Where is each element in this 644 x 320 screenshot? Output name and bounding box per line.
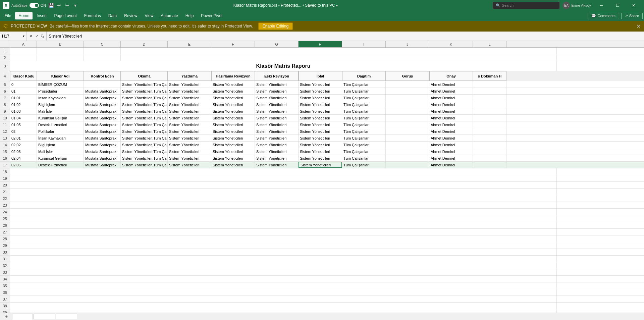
row-num-13[interactable]: 13 [0, 135, 10, 141]
row-num-8[interactable]: 8 [0, 101, 10, 108]
cell-klasor-kodu-14[interactable]: 02.02 [10, 142, 37, 148]
cell-iptal-9[interactable]: Sistem Yöneticileri [299, 108, 342, 114]
cell-klasor-adi-15[interactable]: Mali İşler [37, 148, 84, 155]
cell-rest-1[interactable] [121, 48, 557, 54]
cell-onay-6[interactable]: Ahmet Demirel [429, 88, 473, 94]
cell-okuma-14[interactable]: Sistem Yöneticileri,Tüm Ça [121, 142, 168, 148]
cell-empty-34[interactable] [10, 276, 557, 282]
cell-onay-5[interactable]: Ahmet Demirel [429, 81, 473, 88]
cell-yazdirma-11[interactable]: Sistem Yöneticileri [168, 121, 211, 128]
search-box[interactable]: 🔍 Search [493, 2, 560, 9]
cell-s-dokuman-14[interactable] [473, 142, 506, 148]
row-num-19[interactable]: 19 [0, 175, 10, 181]
cell-klasor-kodu-8[interactable]: 01.02 [10, 101, 37, 108]
cell-kontrol-eden-9[interactable]: Mustafa Sarıtoprak [84, 108, 121, 114]
protected-message[interactable]: Be careful—files from the Internet can c… [50, 24, 253, 29]
cell-s-dokuman-5[interactable] [473, 81, 506, 88]
row-num-11[interactable]: 11 [0, 121, 10, 128]
cell-empty-32[interactable] [10, 262, 557, 269]
cell-s-dokuman-12[interactable] [473, 128, 506, 135]
cell-onay-9[interactable]: Ahmet Demirel [429, 108, 473, 114]
cell-kontrol-eden-6[interactable]: Mustafa Sarıtoprak [84, 88, 121, 94]
cell-gorus-10[interactable] [386, 115, 429, 121]
row-num-34[interactable]: 34 [0, 276, 10, 282]
cell-okuma-7[interactable]: Sistem Yöneticileri,Tüm Ça [121, 95, 168, 101]
cell-onay-11[interactable]: Ahmet Demirel [429, 121, 473, 128]
row-num-30[interactable]: 30 [0, 249, 10, 255]
cell-klasor-kodu-16[interactable]: 02.04 [10, 155, 37, 161]
tab-help[interactable]: Help [182, 12, 197, 19]
cell-iptal-10[interactable]: Sistem Yöneticileri [299, 115, 342, 121]
cell-gorus-5[interactable] [386, 81, 429, 88]
cell-okuma-6[interactable]: Sistem Yöneticileri,Tüm Ça [121, 88, 168, 94]
col-header-G[interactable]: G [255, 41, 299, 47]
cell-dagitim-16[interactable]: Tüm Çalışanlar [342, 155, 386, 161]
cell-onay-10[interactable]: Ahmet Demirel [429, 115, 473, 121]
title-cell[interactable]: Klasör Matris Raporu [10, 61, 557, 71]
row-num-17[interactable]: 17 [0, 162, 10, 168]
cell-hazirlama-11[interactable]: Sistem Yöneticileri [211, 121, 255, 128]
cell-klasor-kodu-17[interactable]: 02.05 [10, 162, 37, 168]
cell-iptal-5[interactable]: Sistem Yöneticileri [299, 81, 342, 88]
row-num-22[interactable]: 22 [0, 195, 10, 202]
cell-iptal-17[interactable]: Sistem Yöneticileri [299, 162, 342, 168]
row-num-27[interactable]: 27 [0, 229, 10, 235]
col-header-D[interactable]: D [121, 41, 168, 47]
row-num-28[interactable]: 28 [0, 235, 10, 242]
cell-empty-18[interactable] [10, 168, 557, 175]
sheet-tab-sheet2[interactable]: Sheet 2 [34, 314, 55, 319]
cell-kontrol-eden-12[interactable]: Mustafa Sarıtoprak [84, 128, 121, 135]
row-num-5[interactable]: 5 [0, 81, 10, 88]
cell-iptal-12[interactable]: Sistem Yöneticileri [299, 128, 342, 135]
cell-iptal-14[interactable]: Sistem Yöneticileri [299, 142, 342, 148]
col-header-H[interactable]: H [299, 41, 342, 47]
cell-eski-rev-14[interactable]: Sistem Yöneticileri [255, 142, 299, 148]
cell-s-dokuman-13[interactable] [473, 135, 506, 141]
row-num-6[interactable]: 6 [0, 88, 10, 94]
cell-s-dokuman-6[interactable] [473, 88, 506, 94]
col-header-B[interactable]: B [37, 41, 84, 47]
tab-review[interactable]: Review [121, 12, 141, 19]
cell-klasor-adi-5[interactable]: BİMSER ÇÖZÜM [37, 81, 84, 88]
share-button[interactable]: ↗ Share [621, 13, 643, 19]
cell-s-dokuman-17[interactable] [473, 162, 506, 168]
cell-eski-rev-16[interactable]: Sistem Yöneticileri [255, 155, 299, 161]
cell-s-dokuman-9[interactable] [473, 108, 506, 114]
close-protected-bar-button[interactable]: ✕ [636, 23, 641, 30]
save-icon[interactable]: 💾 [48, 2, 54, 8]
cell-onay-13[interactable]: Ahmet Demirel [429, 135, 473, 141]
cell-onay-12[interactable]: Ahmet Demirel [429, 128, 473, 135]
cell-dagitim-10[interactable]: Tüm Çalışanlar [342, 115, 386, 121]
row-num-2[interactable]: 2 [0, 54, 10, 61]
cell-kontrol-eden-8[interactable]: Mustafa Sarıtoprak [84, 101, 121, 108]
cell-s-dokuman-10[interactable] [473, 115, 506, 121]
cell-klasor-kodu-15[interactable]: 02.03 [10, 148, 37, 155]
cell-eski-rev-8[interactable]: Sistem Yöneticileri [255, 101, 299, 108]
cell-hazirlama-16[interactable]: Sistem Yöneticileri [211, 155, 255, 161]
cell-okuma-5[interactable]: Sistem Yöneticileri,Tüm Ça [121, 81, 168, 88]
cell-dagitim-14[interactable]: Tüm Çalışanlar [342, 142, 386, 148]
cell-C2[interactable] [84, 54, 121, 61]
cell-s-dokuman-15[interactable] [473, 148, 506, 155]
cell-s-dokuman-11[interactable] [473, 121, 506, 128]
cell-ref-dropdown-icon[interactable]: ▾ [23, 34, 24, 38]
cell-empty-25[interactable] [10, 215, 557, 222]
row-num-29[interactable]: 29 [0, 242, 10, 249]
cell-iptal-13[interactable]: Sistem Yöneticileri [299, 135, 342, 141]
cell-dagitim-5[interactable]: Tüm Çalışanlar [342, 81, 386, 88]
row-num-21[interactable]: 21 [0, 189, 10, 195]
tab-power-pivot[interactable]: Power Pivot [198, 12, 226, 19]
cancel-formula-icon[interactable]: ✕ [28, 34, 34, 39]
cell-B2[interactable] [37, 54, 84, 61]
cell-dagitim-12[interactable]: Tüm Çalışanlar [342, 128, 386, 135]
cell-onay-17[interactable]: Ahmet Demirel [429, 162, 473, 168]
tab-home[interactable]: Home [15, 12, 33, 19]
cell-hazirlama-12[interactable]: Sistem Yöneticileri [211, 128, 255, 135]
col-header-I[interactable]: I [342, 41, 386, 47]
cell-empty-20[interactable] [10, 182, 557, 188]
cell-yazdirma-16[interactable]: Sistem Yöneticileri [168, 155, 211, 161]
cell-eski-rev-10[interactable]: Sistem Yöneticileri [255, 115, 299, 121]
cell-kontrol-eden-5[interactable] [84, 81, 121, 88]
row-num-35[interactable]: 35 [0, 282, 10, 289]
cell-eski-rev-7[interactable]: Sistem Yöneticileri [255, 95, 299, 101]
